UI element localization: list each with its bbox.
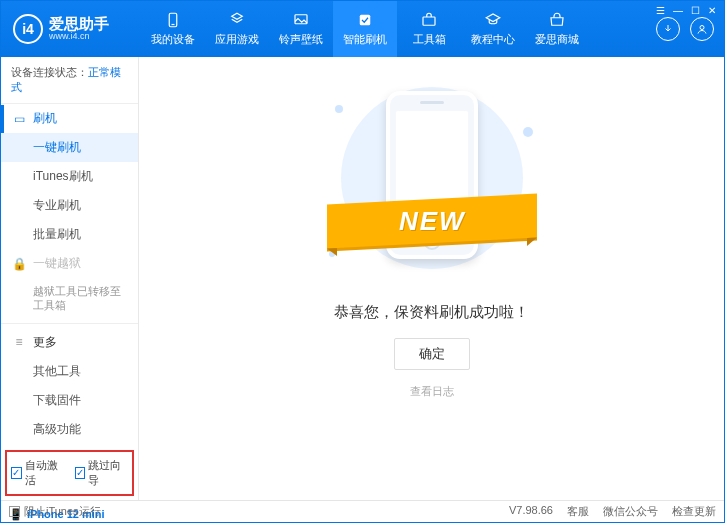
- topbar: i4 爱思助手 www.i4.cn 我的设备 应用游戏 铃声壁纸 智能刷机: [1, 1, 724, 57]
- nav-label: 工具箱: [413, 32, 446, 47]
- nav-label: 智能刷机: [343, 32, 387, 47]
- brand-title: 爱思助手: [49, 16, 109, 33]
- sidebar-item-itunes-flash[interactable]: iTunes刷机: [1, 162, 138, 191]
- flash-icon: [356, 11, 374, 29]
- sidebar-section-more: ≡ 更多 其他工具 下载固件 高级功能: [1, 323, 138, 444]
- brand-subtitle: www.i4.cn: [49, 32, 109, 42]
- sidebar-jailbreak-note: 越狱工具已转移至工具箱: [1, 278, 138, 319]
- main-content: NEW 恭喜您，保资料刷机成功啦！ 确定 查看日志: [139, 57, 724, 500]
- wechat-link[interactable]: 微信公众号: [603, 504, 658, 519]
- sidebar-head-flash[interactable]: ▭ 刷机: [1, 104, 138, 133]
- checkbox-skip-wizard[interactable]: ✓跳过向导: [75, 458, 129, 488]
- conn-label: 设备连接状态：: [11, 66, 88, 78]
- sidebar: 设备连接状态：正常模式 ▭ 刷机 一键刷机 iTunes刷机 专业刷机 批量刷机…: [1, 57, 139, 500]
- apps-icon: [228, 11, 246, 29]
- nav-my-device[interactable]: 我的设备: [141, 1, 205, 57]
- list-icon: ≡: [11, 335, 27, 349]
- svg-point-5: [700, 26, 704, 30]
- main-nav: 我的设备 应用游戏 铃声壁纸 智能刷机 工具箱 教程中心: [141, 1, 656, 57]
- phone-icon: ▭: [11, 112, 27, 126]
- nav-smart-flash[interactable]: 智能刷机: [333, 1, 397, 57]
- checkbox-auto-activate[interactable]: ✓自动激活: [11, 458, 65, 488]
- sidebar-item-advanced[interactable]: 高级功能: [1, 415, 138, 444]
- user-button[interactable]: [690, 17, 714, 41]
- sidebar-section-flash: ▭ 刷机 一键刷机 iTunes刷机 专业刷机 批量刷机: [1, 104, 138, 249]
- connection-status: 设备连接状态：正常模式: [1, 57, 138, 104]
- checkbox-row: ✓自动激活 ✓跳过向导: [5, 450, 134, 496]
- nav-label: 我的设备: [151, 32, 195, 47]
- nav-tutorials[interactable]: 教程中心: [461, 1, 525, 57]
- top-right-icons: [656, 17, 724, 41]
- sidebar-item-pro-flash[interactable]: 专业刷机: [1, 191, 138, 220]
- view-log-link[interactable]: 查看日志: [410, 384, 454, 399]
- brand: i4 爱思助手 www.i4.cn: [1, 14, 141, 44]
- checkbox-icon: ✓: [11, 467, 22, 479]
- checkbox-label: 跳过向导: [88, 458, 128, 488]
- brand-logo-icon: i4: [13, 14, 43, 44]
- nav-label: 教程中心: [471, 32, 515, 47]
- body: 设备连接状态：正常模式 ▭ 刷机 一键刷机 iTunes刷机 专业刷机 批量刷机…: [1, 57, 724, 500]
- nav-store[interactable]: 爱思商城: [525, 1, 589, 57]
- nav-apps[interactable]: 应用游戏: [205, 1, 269, 57]
- device-icon: [164, 11, 182, 29]
- version-label: V7.98.66: [509, 504, 553, 519]
- sidebar-head-label: 刷机: [33, 110, 57, 127]
- nav-label: 铃声壁纸: [279, 32, 323, 47]
- download-button[interactable]: [656, 17, 680, 41]
- app-window: ☰ — ☐ ✕ i4 爱思助手 www.i4.cn 我的设备 应用游戏 铃声壁纸: [0, 0, 725, 523]
- checkbox-icon: ✓: [75, 467, 86, 479]
- tutorial-icon: [484, 11, 502, 29]
- close-icon[interactable]: ✕: [708, 5, 716, 16]
- store-icon: [548, 11, 566, 29]
- lock-icon: 🔒: [11, 257, 27, 271]
- nav-label: 应用游戏: [215, 32, 259, 47]
- success-message: 恭喜您，保资料刷机成功啦！: [334, 303, 529, 322]
- svg-rect-3: [360, 15, 371, 26]
- svg-rect-4: [423, 17, 435, 25]
- success-illustration: NEW: [327, 87, 537, 277]
- toolbox-icon: [420, 11, 438, 29]
- sidebar-head-label: 更多: [33, 334, 57, 351]
- sidebar-section-jailbreak: 🔒 一键越狱 越狱工具已转移至工具箱: [1, 249, 138, 319]
- maximize-icon[interactable]: ☐: [691, 5, 700, 16]
- block-itunes-label[interactable]: 阻止iTunes运行: [24, 504, 101, 519]
- sidebar-item-download-firmware[interactable]: 下载固件: [1, 386, 138, 415]
- nav-label: 爱思商城: [535, 32, 579, 47]
- sidebar-item-other-tools[interactable]: 其他工具: [1, 357, 138, 386]
- sidebar-item-oneclick-flash[interactable]: 一键刷机: [1, 133, 138, 162]
- support-link[interactable]: 客服: [567, 504, 589, 519]
- sidebar-item-batch-flash[interactable]: 批量刷机: [1, 220, 138, 249]
- update-link[interactable]: 检查更新: [672, 504, 716, 519]
- sidebar-head-label: 一键越狱: [33, 255, 81, 272]
- menu-icon[interactable]: ☰: [656, 5, 665, 16]
- ok-button[interactable]: 确定: [394, 338, 470, 370]
- window-controls: ☰ — ☐ ✕: [656, 5, 716, 16]
- checkbox-label: 自动激活: [25, 458, 65, 488]
- sidebar-head-jailbreak[interactable]: 🔒 一键越狱: [1, 249, 138, 278]
- wallpaper-icon: [292, 11, 310, 29]
- sidebar-head-more[interactable]: ≡ 更多: [1, 328, 138, 357]
- minimize-icon[interactable]: —: [673, 5, 683, 16]
- checkbox-icon[interactable]: [9, 506, 20, 517]
- nav-ringtones[interactable]: 铃声壁纸: [269, 1, 333, 57]
- nav-toolbox[interactable]: 工具箱: [397, 1, 461, 57]
